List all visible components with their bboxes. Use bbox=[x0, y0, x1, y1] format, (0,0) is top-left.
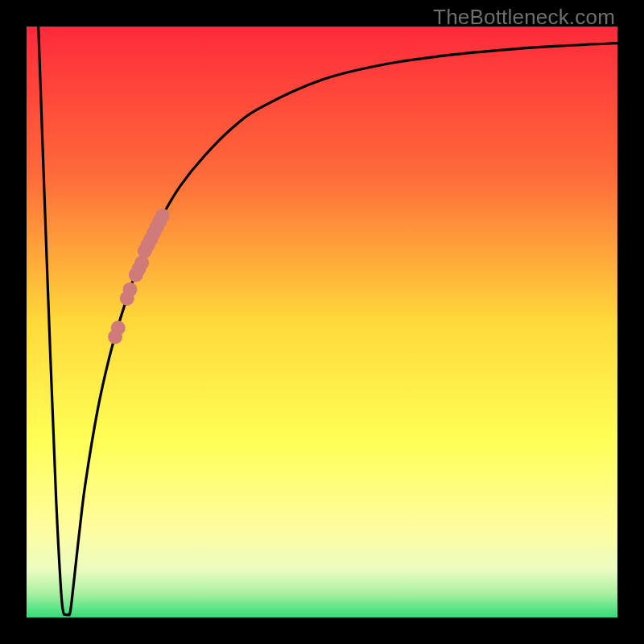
highlight-dot bbox=[122, 283, 137, 297]
chart-svg bbox=[27, 27, 617, 617]
plot-area bbox=[27, 27, 617, 617]
highlight-dot bbox=[155, 208, 170, 223]
highlight-dot bbox=[108, 329, 122, 344]
chart-frame: TheBottleneck.com bbox=[0, 0, 644, 644]
